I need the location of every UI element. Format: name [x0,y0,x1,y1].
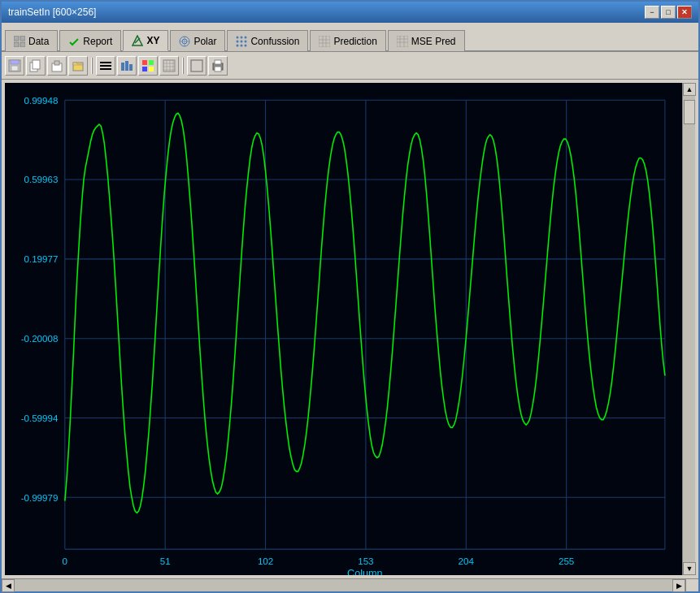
svg-text:204: 204 [459,556,475,566]
tab-confussion[interactable]: Confussion [227,30,308,51]
tab-data[interactable]: Data [5,30,58,51]
svg-rect-54 [191,60,202,71]
tool-zoom-button[interactable] [187,56,207,76]
report-tab-icon [68,36,80,47]
tab-msepred[interactable]: MSE Pred [388,30,465,51]
svg-rect-40 [121,63,124,71]
tab-report-label: Report [83,36,112,47]
tool-paste-button[interactable] [47,56,67,76]
svg-rect-0 [14,36,19,41]
svg-rect-41 [125,61,128,71]
svg-text:0.19977: 0.19977 [24,253,59,264]
svg-point-11 [241,36,243,38]
svg-text:0.99948: 0.99948 [24,94,59,105]
tab-polar[interactable]: Polar [170,30,225,51]
bottom-row: ◀ ▶ [2,578,698,591]
svg-rect-24 [397,36,408,47]
chart-svg: 0.99948 0.59963 0.19977 -0.20008 -0.5999… [5,83,682,575]
tool-open-button[interactable] [68,56,88,76]
toolbar [2,52,698,80]
tab-prediction[interactable]: Prediction [310,30,385,51]
svg-rect-56 [215,60,221,64]
svg-rect-57 [215,67,221,71]
svg-rect-58 [5,83,682,575]
svg-rect-19 [319,36,330,47]
tab-prediction-label: Prediction [333,36,376,47]
svg-text:-0.59994: -0.59994 [21,413,59,423]
tab-xy-label: XY [146,35,159,46]
svg-point-14 [241,40,243,42]
data-tab-icon [14,36,25,47]
tool-pattern-button[interactable] [159,56,179,76]
maximize-button[interactable]: □ [661,6,676,19]
tool-colors-button[interactable] [138,56,158,76]
svg-rect-2 [14,42,19,47]
tab-confussion-label: Confussion [250,36,299,47]
svg-text:255: 255 [559,556,574,566]
svg-point-10 [237,36,239,38]
chart-container[interactable]: row: 100 [5,83,682,575]
svg-point-18 [245,44,247,46]
scroll-corner [685,578,698,591]
svg-point-15 [245,40,247,42]
svg-text:153: 153 [358,556,373,566]
svg-rect-35 [54,61,59,65]
toolbar-separator-1 [91,58,93,74]
tool-copy-button[interactable] [26,56,46,76]
prediction-tab-icon [319,36,330,47]
msepred-tab-icon [397,36,408,47]
window-title: trainSetIn [600×256] [8,6,96,18]
svg-rect-1 [20,36,25,41]
title-bar: trainSetIn [600×256] − □ ✕ [2,2,698,23]
scroll-left-button[interactable]: ◀ [2,579,15,592]
tab-data-label: Data [28,36,49,47]
confussion-tab-icon [236,36,247,47]
xy-tab-icon [132,35,143,46]
svg-rect-3 [20,42,25,47]
svg-text:0: 0 [63,556,68,566]
svg-text:-0.99979: -0.99979 [21,492,59,503]
scroll-down-button[interactable]: ▼ [683,562,696,575]
svg-point-12 [245,36,247,38]
chart-area: row: 100 [2,80,698,578]
tool-print-button[interactable] [208,56,228,76]
tool-bars-button[interactable] [117,56,137,76]
svg-text:-0.20008: -0.20008 [21,333,59,344]
scroll-track-horizontal[interactable] [15,579,672,591]
svg-rect-30 [11,60,19,64]
tab-polar-label: Polar [193,36,216,47]
svg-text:51: 51 [160,556,171,566]
svg-point-17 [241,44,243,46]
svg-rect-44 [149,60,154,65]
svg-rect-31 [11,66,18,71]
tab-report[interactable]: Report [59,30,121,51]
minimize-button[interactable]: − [645,6,659,19]
tabs-bar: Data Report XY Polar [2,23,698,52]
scroll-right-button[interactable]: ▶ [672,579,685,592]
main-window: trainSetIn [600×256] − □ ✕ Data Report [0,0,700,593]
svg-text:102: 102 [258,556,273,566]
toolbar-separator-2 [182,58,184,74]
scroll-thumb-vertical[interactable] [684,100,695,124]
svg-rect-46 [149,67,154,71]
horizontal-scrollbar[interactable]: ◀ ▶ [2,578,685,591]
svg-text:Column: Column [347,568,383,575]
vertical-scrollbar[interactable]: ▲ ▼ [682,83,695,575]
svg-rect-43 [142,60,147,65]
svg-text:0.59963: 0.59963 [24,174,59,184]
tool-save-button[interactable] [5,56,24,76]
svg-rect-45 [142,67,147,71]
svg-point-16 [237,44,239,46]
scroll-up-button[interactable]: ▲ [683,83,696,96]
scroll-track-vertical[interactable] [683,96,695,562]
polar-tab-icon [179,36,190,47]
tab-msepred-label: MSE Pred [411,36,456,47]
window-controls: − □ ✕ [645,6,692,19]
close-button[interactable]: ✕ [677,6,692,19]
svg-point-13 [237,40,239,42]
svg-rect-33 [33,60,40,69]
tool-lines-button[interactable] [96,56,115,76]
tab-xy[interactable]: XY [123,30,168,51]
svg-rect-42 [129,64,133,71]
